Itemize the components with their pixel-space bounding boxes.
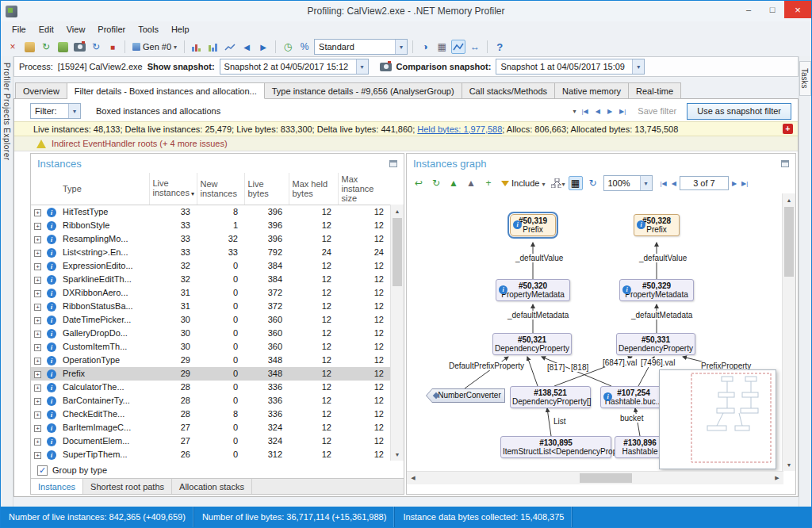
- last-root-button[interactable]: ▶|: [740, 180, 749, 187]
- table-row[interactable]: + i HitTestType 33 8 396 12 12: [31, 205, 390, 219]
- bottom-tab-0[interactable]: Instances: [31, 479, 83, 494]
- scroll-right-icon[interactable]: ▶: [771, 472, 783, 484]
- tab-0[interactable]: Overview: [15, 82, 67, 99]
- graph-node[interactable]: i #50,329 PropertyMetadata: [619, 279, 694, 301]
- expand-icon[interactable]: +: [34, 438, 41, 446]
- expand-icon[interactable]: +: [34, 209, 41, 216]
- expand-icon[interactable]: +: [34, 250, 41, 257]
- graph-node[interactable]: #50,331 DependencyProperty: [616, 333, 695, 355]
- abort-profiling-icon[interactable]: ×: [6, 40, 20, 54]
- tasks-tab[interactable]: Tasks: [799, 61, 811, 96]
- zoom-select[interactable]: 100%: [603, 175, 653, 191]
- column-header[interactable]: Max instance size: [338, 173, 390, 205]
- filter-last-icon[interactable]: ▶|: [618, 108, 627, 115]
- auto-refresh-icon[interactable]: ↻: [586, 176, 600, 190]
- info-icon[interactable]: i: [47, 208, 56, 217]
- bottom-tab-2[interactable]: Allocation stacks: [172, 479, 252, 494]
- panel-minimize-icon[interactable]: [781, 160, 789, 167]
- info-icon[interactable]: i: [47, 450, 56, 460]
- prev-root-button[interactable]: ◀: [670, 180, 678, 187]
- graph-node[interactable]: #138,521 DependencyProperty[]: [510, 386, 591, 408]
- menu-view[interactable]: View: [60, 23, 92, 36]
- info-icon[interactable]: i: [47, 262, 56, 271]
- preset-select[interactable]: Standard: [314, 39, 408, 55]
- table-row[interactable]: + i SparklineEditTh... 32 0 384 12 12: [31, 273, 390, 286]
- filter-select[interactable]: Filter:: [30, 103, 81, 119]
- expand-icon[interactable]: +: [34, 304, 41, 311]
- info-icon[interactable]: i: [47, 221, 56, 231]
- table-row[interactable]: + i GalleryDropDo... 30 0 360 12 12: [31, 327, 390, 340]
- save-filter-button[interactable]: Save filter: [638, 106, 676, 116]
- expand-icon[interactable]: +: [34, 236, 41, 243]
- info-icon[interactable]: i: [47, 356, 56, 365]
- expand-icon[interactable]: +: [34, 411, 41, 419]
- expand-icon[interactable]: +: [34, 425, 41, 432]
- table-row[interactable]: + i BarItemImageC... 27 0 324 12 12: [31, 421, 390, 434]
- column-header[interactable]: New instances: [197, 173, 244, 205]
- maximize-button[interactable]: □: [760, 1, 784, 18]
- graph-mode-icon[interactable]: ▦: [569, 176, 583, 190]
- sampling-icon[interactable]: %: [297, 40, 312, 54]
- scroll-down-icon[interactable]: ▼: [783, 458, 795, 471]
- table-row[interactable]: + i OperationType 29 0 348 12 12: [31, 354, 390, 367]
- column-header[interactable]: Type: [59, 173, 149, 205]
- table-row[interactable]: + i BarContainerTy... 28 0 336 12 12: [31, 394, 390, 407]
- instances-scrollbar[interactable]: ▲ ▼: [390, 205, 404, 461]
- expand-references-icon[interactable]: ▲: [464, 176, 478, 190]
- graph-canvas[interactable]: i #50,319 Prefix i #50,328 Prefix i #50,…: [407, 193, 783, 471]
- graph-node[interactable]: i #50,328 Prefix: [634, 214, 680, 236]
- expand-icon[interactable]: +: [34, 358, 41, 365]
- induce-gc-icon[interactable]: ↻: [89, 40, 103, 54]
- info-icon[interactable]: i: [47, 396, 56, 406]
- bottom-tab-1[interactable]: Shortest root paths: [83, 479, 172, 494]
- info-icon[interactable]: i: [47, 275, 56, 285]
- graph-node[interactable]: i #50,320 PropertyMetadata: [496, 279, 570, 301]
- graph-node[interactable]: #130,896 Hashtable: [615, 436, 665, 458]
- expand-icon[interactable]: +: [34, 317, 41, 324]
- expand-icon[interactable]: +: [34, 452, 41, 459]
- table-row[interactable]: + i DXRibbonAero... 31 0 372 12 12: [31, 286, 390, 300]
- tab-1[interactable]: Filter details - Boxed instances and all…: [67, 82, 265, 99]
- graph-node-tag[interactable]: NumberConverter: [426, 388, 505, 403]
- scroll-thumb[interactable]: [784, 207, 794, 277]
- table-row[interactable]: + i CheckEditThe... 28 8 336 12 12: [31, 407, 390, 421]
- expand-icon[interactable]: +: [34, 290, 41, 297]
- group-by-type-row[interactable]: ✓ Group by type: [31, 462, 107, 478]
- next-snapshot-icon[interactable]: ▶: [256, 40, 270, 54]
- info-icon[interactable]: i: [47, 302, 56, 312]
- graph-node[interactable]: i #107,254 Hashtable.buc...: [600, 386, 667, 408]
- stopwatch-icon[interactable]: ◷: [281, 40, 295, 54]
- graph-refresh-icon[interactable]: ↻: [429, 176, 443, 190]
- info-icon[interactable]: i: [47, 235, 56, 244]
- info-icon[interactable]: i: [47, 423, 56, 433]
- heap-utilization-icon[interactable]: [22, 40, 36, 54]
- show-snapshot-select[interactable]: Snapshot 2 at 04/05/2017 15:12: [220, 59, 369, 75]
- stats-add-icon[interactable]: +: [783, 124, 793, 134]
- expand-icon[interactable]: +: [34, 385, 41, 392]
- menu-file[interactable]: File: [6, 23, 33, 36]
- info-icon[interactable]: i: [47, 410, 56, 419]
- table-row[interactable]: + i ResamplingMo... 33 32 396 12 12: [31, 232, 390, 246]
- info-icon[interactable]: i: [47, 383, 56, 392]
- tab-2[interactable]: Type instance details - #9,656 (Analyser…: [265, 82, 462, 99]
- help-icon[interactable]: ?: [492, 40, 507, 54]
- info-icon[interactable]: i: [47, 289, 56, 298]
- include-filter-select[interactable]: Include: [499, 178, 548, 189]
- gen-selector[interactable]: Gen #0: [130, 41, 179, 52]
- expand-icon[interactable]: +: [34, 277, 41, 284]
- expand-icon[interactable]: +: [34, 398, 41, 405]
- minimize-button[interactable]: –: [737, 1, 760, 18]
- expand-icon[interactable]: +: [34, 223, 41, 230]
- table-row[interactable]: + i CalculatorThe... 28 0 336 12 12: [31, 381, 390, 394]
- graph-vscrollbar[interactable]: ▲ ▼: [782, 193, 795, 471]
- tab-4[interactable]: Native memory: [555, 82, 629, 99]
- scroll-left-icon[interactable]: ◀: [407, 472, 419, 484]
- expand-icon[interactable]: +: [34, 371, 41, 378]
- column-chart-icon[interactable]: [206, 40, 220, 54]
- add-nodes-icon[interactable]: +: [481, 176, 496, 190]
- collect-gc-icon[interactable]: ↻: [39, 40, 53, 54]
- table-row[interactable]: + i Prefix 29 0 348 12 12: [31, 367, 390, 381]
- menu-tools[interactable]: Tools: [132, 23, 165, 36]
- graph-node[interactable]: i #50,319 Prefix: [510, 214, 556, 236]
- info-icon[interactable]: i: [47, 248, 56, 258]
